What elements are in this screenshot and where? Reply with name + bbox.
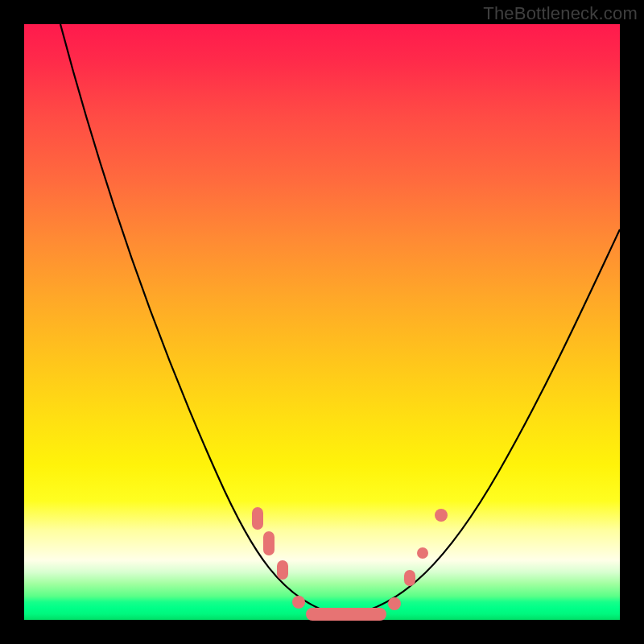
curve-marker (277, 560, 288, 580)
chart-frame: TheBottleneck.com (0, 0, 644, 644)
curve-marker (292, 596, 305, 609)
curve-marker (252, 507, 263, 530)
plot-area (24, 24, 620, 620)
curve-marker (435, 509, 448, 522)
curve-marker (388, 597, 401, 610)
curve-marker (404, 570, 415, 586)
attribution-label: TheBottleneck.com (483, 3, 638, 24)
curve-marker (306, 608, 386, 621)
curve-marker (417, 547, 428, 559)
bottleneck-curve (24, 24, 620, 620)
curve-marker (263, 531, 275, 555)
